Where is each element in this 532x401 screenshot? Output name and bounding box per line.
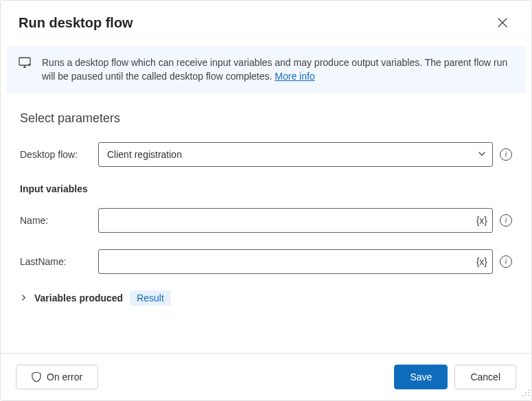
- desktop-flow-label: Desktop flow:: [20, 149, 91, 160]
- save-button[interactable]: Save: [394, 365, 448, 389]
- close-icon: [498, 18, 507, 27]
- result-variable-pill[interactable]: Result: [130, 290, 171, 306]
- desktop-flow-value: Client registration: [107, 149, 182, 160]
- select-parameters-heading: Select parameters: [20, 111, 512, 126]
- name-input-wrap: {x}: [98, 208, 493, 233]
- input-variables-heading: Input variables: [20, 183, 512, 194]
- info-banner-text: Runs a desktop flow which can receive in…: [42, 56, 513, 84]
- cancel-button[interactable]: Cancel: [454, 365, 516, 389]
- desktop-flow-icon: [19, 57, 32, 73]
- chevron-right-icon[interactable]: [20, 294, 27, 301]
- on-error-label: On error: [47, 371, 82, 382]
- name-input[interactable]: [98, 208, 493, 233]
- lastname-label: LastName:: [20, 256, 91, 267]
- name-info-icon[interactable]: i: [500, 214, 512, 227]
- desktop-flow-select-wrap: Client registration: [98, 142, 493, 167]
- desktop-flow-info-icon[interactable]: i: [500, 148, 512, 161]
- close-button[interactable]: [491, 12, 513, 34]
- run-desktop-flow-dialog: Run desktop flow Runs a desktop flow whi…: [0, 0, 532, 401]
- variables-produced-row: Variables produced Result: [20, 290, 512, 306]
- name-row: Name: {x} i: [20, 208, 512, 233]
- lastname-input-wrap: {x}: [98, 249, 493, 274]
- variables-produced-label[interactable]: Variables produced: [34, 293, 123, 303]
- footer-right: Save Cancel: [394, 365, 516, 389]
- lastname-info-icon[interactable]: i: [500, 255, 512, 268]
- name-label: Name:: [20, 215, 91, 226]
- shield-icon: [32, 371, 41, 382]
- variable-token-icon[interactable]: {x}: [476, 256, 487, 267]
- dialog-title: Run desktop flow: [19, 15, 133, 31]
- dialog-body: Select parameters Desktop flow: Client r…: [1, 93, 531, 353]
- dialog-footer: On error Save Cancel: [1, 353, 531, 400]
- lastname-input[interactable]: [98, 249, 493, 274]
- desktop-flow-select[interactable]: Client registration: [98, 142, 493, 167]
- variable-token-icon[interactable]: {x}: [476, 215, 487, 226]
- more-info-link[interactable]: More info: [275, 71, 314, 82]
- info-banner: Runs a desktop flow which can receive in…: [6, 46, 526, 93]
- dialog-header: Run desktop flow: [1, 1, 531, 41]
- on-error-button[interactable]: On error: [16, 365, 98, 389]
- lastname-row: LastName: {x} i: [20, 249, 512, 274]
- desktop-flow-row: Desktop flow: Client registration i: [20, 142, 512, 167]
